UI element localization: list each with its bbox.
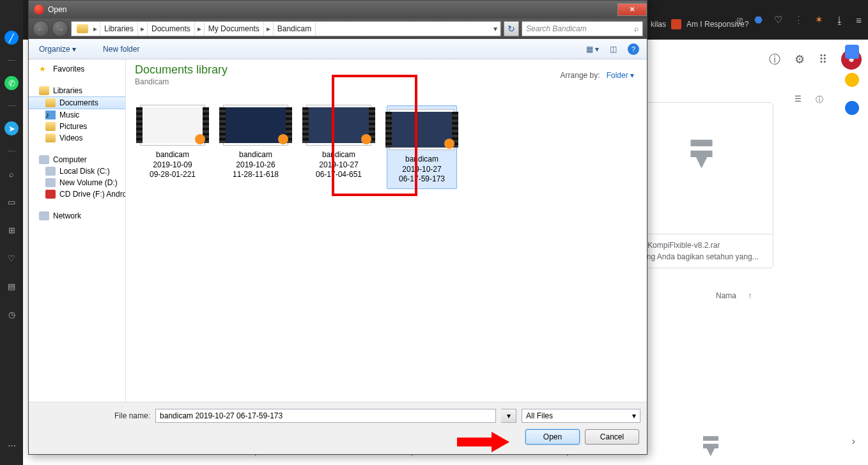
dialog-titlebar: Open ✕ xyxy=(29,1,647,19)
heart-icon[interactable]: ♡ xyxy=(4,251,19,265)
messenger-icon[interactable]: ╱ xyxy=(4,31,19,45)
file-item[interactable]: bandicam2019-10-2611-28-11-618 xyxy=(221,105,291,189)
new-folder-button[interactable]: New folder xyxy=(98,42,144,56)
organize-button[interactable]: Organize ▾ xyxy=(34,42,81,56)
opera-icon xyxy=(34,4,44,15)
file-item-selected[interactable]: bandicam2019-10-2706-17-59-173 xyxy=(387,105,457,189)
crumb-mydocs[interactable]: My Documents xyxy=(205,22,264,36)
drive-file-sub: Yang Anda bagikan setahun yang... xyxy=(638,252,765,261)
search-icon: ⌕ xyxy=(634,24,639,33)
spark-icon[interactable]: ✶ xyxy=(815,14,823,26)
open-button[interactable]: Open xyxy=(525,429,580,445)
dialog-bottom: File name: bandicam 2019-10-27 06-17-59-… xyxy=(29,402,647,454)
arrange-by[interactable]: Arrange by: Folder ▾ xyxy=(561,71,634,80)
file-list-area: Documents library Bandicam Arrange by: F… xyxy=(126,59,647,402)
calendar-icon[interactable] xyxy=(845,45,859,59)
sort-row[interactable]: Nama ↑ xyxy=(716,291,752,300)
heart-icon[interactable]: ♡ xyxy=(774,14,782,26)
tab-kilas[interactable]: kilas xyxy=(651,20,666,29)
tree-documents[interactable]: Documents xyxy=(29,96,125,109)
tree-favorites[interactable]: ★Favorites xyxy=(29,63,125,75)
folder-icon xyxy=(77,24,88,33)
list-icon[interactable]: ☰ xyxy=(794,95,802,105)
info-icon[interactable]: ⓘ xyxy=(816,95,823,105)
crumb-documents[interactable]: Documents xyxy=(148,22,195,36)
keep-icon[interactable] xyxy=(845,73,859,87)
dialog-toolbar: Organize ▾ New folder ▦ ▾ ◫ ? xyxy=(29,39,647,59)
file-filter[interactable]: All Files▾ xyxy=(522,409,640,423)
download-icon-large: ▬▬▼ xyxy=(630,103,773,166)
sort-arrow-icon: ↑ xyxy=(748,291,752,300)
open-file-dialog: Open ✕ ← → ▸ Libraries ▸ Documents ▸ My … xyxy=(28,0,647,455)
tab-favicon xyxy=(671,19,681,29)
search-input[interactable]: Search Bandicam ⌕ xyxy=(522,21,643,36)
back-button[interactable]: ← xyxy=(33,20,49,37)
tasks-icon[interactable] xyxy=(845,101,859,115)
more-icon[interactable]: ⋯ xyxy=(4,438,19,452)
help-button[interactable]: ? xyxy=(625,42,642,56)
tree-network[interactable]: Network xyxy=(29,210,125,222)
chevron-down-icon[interactable]: ▾ xyxy=(491,22,500,36)
tree-cddrive[interactable]: CD Drive (F:) Andro xyxy=(29,188,125,200)
whatsapp-icon[interactable]: ✆ xyxy=(4,76,19,90)
download-icon: ▬▬▼ xyxy=(698,432,724,455)
crumb-libraries[interactable]: Libraries xyxy=(100,22,138,36)
sort-label: Nama xyxy=(716,291,736,300)
drive-file-name: KompiFlxible-v8.2.rar xyxy=(647,241,720,250)
browser-tab-row: kilas Am I Responsive? xyxy=(651,19,748,29)
help-icon[interactable]: ⓘ xyxy=(769,52,780,67)
file-name-label: File name: xyxy=(114,411,150,420)
tree-videos[interactable]: Videos xyxy=(29,132,125,144)
cancel-button[interactable]: Cancel xyxy=(585,429,639,445)
chevron-right-icon[interactable]: › xyxy=(852,436,855,447)
tree-computer[interactable]: Computer xyxy=(29,154,125,165)
telegram-icon[interactable]: ➤ xyxy=(4,121,19,135)
file-item[interactable]: bandicam2019-10-2706-17-04-651 xyxy=(304,105,374,189)
file-name-dropdown[interactable]: ▾ xyxy=(501,409,516,423)
crumb-bandicam[interactable]: Bandicam xyxy=(274,22,316,36)
breadcrumb[interactable]: ▸ Libraries ▸ Documents ▸ My Documents ▸… xyxy=(71,21,501,36)
shield-icon[interactable]: ⬣ xyxy=(754,14,763,26)
list-view-toggle: ☰ ⓘ xyxy=(794,95,823,105)
news-icon[interactable]: ▤ xyxy=(4,279,19,293)
download-icon[interactable]: ⭳ xyxy=(835,15,844,26)
menu-icon[interactable]: ≡ xyxy=(856,15,862,26)
file-name-input[interactable]: bandicam 2019-10-27 06-17-59-173 xyxy=(155,409,496,423)
apps-grid-icon[interactable]: ⠿ xyxy=(819,52,827,66)
close-button[interactable]: ✕ xyxy=(617,3,647,16)
view-button[interactable]: ▦ ▾ xyxy=(584,42,601,56)
opera-sidebar: ╱ ✆ ➤ ⌕ ▭ ⊞ ♡ ▤ ◷ ⋯ xyxy=(0,0,23,465)
search-icon[interactable]: ⌕ xyxy=(4,167,19,181)
dialog-title: Open xyxy=(48,5,66,14)
tab-icon[interactable]: ▭ xyxy=(4,195,19,209)
settings-icon[interactable]: ⚙ xyxy=(794,52,805,66)
annotation-arrow xyxy=(457,432,515,451)
tree-localdisk[interactable]: Local Disk (C:) xyxy=(29,165,125,177)
drive-file-card[interactable]: ▬▬▼ ≡KompiFlxible-v8.2.rar Yang Anda bag… xyxy=(630,102,773,268)
refresh-button[interactable]: ↻ xyxy=(504,21,519,36)
preview-button[interactable]: ◫ xyxy=(605,42,621,56)
search-placeholder: Search Bandicam xyxy=(526,24,587,33)
tree-music[interactable]: ♪Music xyxy=(29,109,125,121)
nav-tree: ★Favorites Libraries Documents ♪Music Pi… xyxy=(29,59,126,402)
tree-pictures[interactable]: Pictures xyxy=(29,121,125,132)
tab-ami[interactable]: Am I Responsive? xyxy=(686,20,748,29)
history-icon[interactable]: ◷ xyxy=(4,307,19,321)
tree-libraries[interactable]: Libraries xyxy=(29,85,125,96)
right-addons xyxy=(836,45,868,115)
divider-icon: ⋮ xyxy=(794,14,803,26)
dialog-nav: ← → ▸ Libraries ▸ Documents ▸ My Documen… xyxy=(29,19,647,39)
forward-button[interactable]: → xyxy=(52,20,68,37)
tree-newvol[interactable]: New Volume (D:) xyxy=(29,177,125,188)
file-item[interactable]: bandicam2019-10-0909-28-01-221 xyxy=(137,105,208,189)
apps-icon[interactable]: ⊞ xyxy=(4,223,19,237)
